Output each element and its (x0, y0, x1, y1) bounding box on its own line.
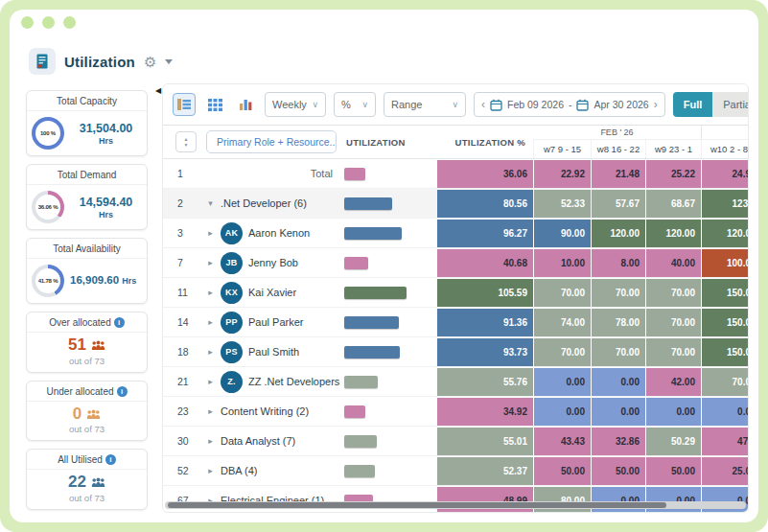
card-unit: Hrs (99, 210, 113, 220)
expand-arrow-icon[interactable]: ▸ (206, 288, 215, 297)
week-cell: 120.0 (702, 220, 748, 247)
utilization-bar-cell (340, 346, 436, 359)
month-group-row: FEB ' 26 (533, 126, 748, 140)
week-cell: 32.86 (592, 428, 645, 455)
row-name-cell[interactable]: ▸ PP Paul Parker (206, 308, 340, 336)
expand-arrow-icon[interactable]: ▸ (206, 406, 215, 416)
week-cell: 22.92 (534, 160, 591, 188)
row-name-cell[interactable]: ▸ Data Analyst (7) (206, 427, 340, 455)
row-number: 52 (163, 465, 206, 476)
table-row[interactable]: 1 Total 36.06 22.9221.4825.2224.9 (163, 159, 748, 189)
row-name-cell[interactable]: ▸ DBA (4) (206, 456, 340, 485)
row-name-cell[interactable]: ▸ AK Aaron Kenon (206, 219, 340, 247)
table-row[interactable]: 3 ▸ AK Aaron Kenon 96.27 90.00120.00120.… (163, 219, 748, 248)
gear-icon[interactable]: ⚙ (144, 55, 156, 69)
expand-arrow-icon[interactable]: ▸ (206, 258, 215, 267)
week-cell: 0.00 (592, 368, 645, 396)
utilization-bar (344, 316, 399, 329)
row-name-label: Paul Parker (248, 316, 303, 328)
summary-sidebar: Total Capacity 100 % 31,504.00 Hrs Total… (26, 90, 148, 510)
info-icon[interactable]: i (105, 454, 116, 465)
count-line: 0 (73, 405, 101, 424)
row-name-cell[interactable]: ▸ PS Paul Smith (206, 337, 340, 366)
row-name-cell[interactable]: ▸ KX Kai Xavier (206, 278, 340, 307)
range-select[interactable]: Range ∨ (384, 92, 466, 117)
expand-arrow-icon[interactable]: ▸ (206, 466, 215, 475)
week-cell: 70.00 (646, 309, 701, 336)
window-dot (42, 16, 55, 29)
full-button[interactable]: Full (673, 92, 713, 117)
table-rows: 1 Total 36.06 22.9221.4825.2224.9 2 ▾ .N… (163, 159, 748, 512)
sort-direction-toggle[interactable]: ▲ ▼ (175, 131, 197, 152)
scrollbar-thumb[interactable] (168, 502, 666, 508)
panel-collapse-icon[interactable]: ◀ (155, 86, 161, 95)
week-cell: 90.00 (534, 220, 591, 247)
expand-arrow-icon[interactable]: ▸ (206, 347, 215, 357)
table-row[interactable]: 21 ▸ Z. ZZ .Net Developers 55.76 0.000.0… (163, 367, 748, 397)
week-cell: 0.00 (646, 398, 701, 426)
utilization-bar-cell (340, 168, 436, 180)
row-name-label: Total (311, 168, 333, 179)
next-range-icon[interactable]: › (654, 99, 658, 110)
unit-select[interactable]: % ∨ (334, 92, 376, 117)
avatar: JB (221, 252, 243, 274)
card-title: All Utilised (58, 454, 103, 465)
expand-arrow-icon[interactable]: ▸ (206, 228, 215, 238)
chart-view-button[interactable] (234, 93, 257, 116)
week-cell: 0.00 (592, 398, 645, 426)
chevron-down-icon[interactable] (165, 59, 173, 64)
card-title: Under allocated (46, 386, 113, 397)
row-name-cell[interactable]: ▸ Z. ZZ .Net Developers (206, 367, 340, 396)
utilization-bar-cell (340, 227, 436, 240)
expand-arrow-icon[interactable]: ▸ (206, 436, 215, 446)
row-number: 21 (163, 376, 206, 387)
grid-view-button[interactable] (203, 93, 226, 116)
row-name-cell[interactable]: ▸ Content Writing (2) (206, 397, 340, 426)
people-icon (91, 340, 105, 351)
week-cell: 43.43 (534, 428, 591, 455)
table-row[interactable]: 18 ▸ PS Paul Smith 93.73 70.0070.0070.00… (163, 337, 748, 367)
utilization-bar (344, 435, 377, 448)
table-row[interactable]: 14 ▸ PP Paul Parker 91.36 74.0078.0070.0… (163, 308, 748, 337)
info-icon[interactable]: i (114, 317, 125, 328)
list-view-button[interactable] (173, 93, 196, 116)
expand-arrow-icon[interactable]: ▸ (206, 317, 215, 327)
row-name-label: .Net Developer (6) (221, 197, 307, 209)
utilization-pct-cell: 80.56 (437, 190, 533, 218)
row-name-cell[interactable]: ▸ JB Jenny Bob (206, 248, 340, 277)
week-header-row: w7 9 - 15 w8 16 - 22 w9 23 - 1 w10 2 - 8 (533, 140, 748, 158)
table-row[interactable]: 7 ▸ JB Jenny Bob 40.68 10.008.0040.00100… (163, 248, 748, 278)
week-cell: 50.00 (592, 457, 645, 485)
row-name-cell[interactable]: Total (206, 159, 340, 188)
info-icon[interactable]: i (117, 386, 128, 397)
table-row[interactable]: 52 ▸ DBA (4) 52.37 50.0050.0050.0025.0 (163, 456, 748, 486)
week-cell: 150.0 (702, 309, 748, 336)
partial-button[interactable]: Partial (712, 92, 749, 117)
row-number: 1 (163, 168, 206, 179)
expand-arrow-icon[interactable]: ▸ (206, 377, 215, 386)
row-name-cell[interactable]: ▾ .Net Developer (6) (206, 189, 340, 218)
window-frame: Utilization ⚙ Total Capacity 100 % 31,50… (0, 0, 768, 532)
avatar: PP (221, 312, 243, 334)
prev-range-icon[interactable]: ‹ (481, 99, 485, 110)
week-cell: 10.00 (534, 249, 591, 277)
utilization-bar (344, 376, 378, 388)
utilization-bar-cell (340, 197, 436, 210)
period-select[interactable]: Weekly ∨ (265, 92, 326, 117)
total-availability-card: Total Availability 41.78 % 16,909.60 Hrs (26, 238, 148, 304)
table-row[interactable]: 11 ▸ KX Kai Xavier 105.59 70.0070.0070.0… (163, 278, 748, 308)
table-row[interactable]: 2 ▾ .Net Developer (6) 80.56 52.3357.676… (163, 189, 748, 219)
utilization-pct-cell: 105.59 (437, 279, 533, 307)
group-by-select[interactable]: A Z Primary Role + Resource... ∨ (206, 130, 337, 153)
expand-arrow-icon[interactable]: ▾ (206, 198, 215, 208)
table-row[interactable]: 30 ▸ Data Analyst (7) 55.01 43.4332.8650… (163, 427, 748, 456)
availability-gauge: 41.78 % (32, 265, 64, 297)
window-dots (21, 16, 76, 29)
row-number: 11 (163, 287, 206, 298)
start-date[interactable]: Feb 09 2026 (507, 99, 564, 110)
table-row[interactable]: 23 ▸ Content Writing (2) 34.92 0.000.000… (163, 397, 748, 427)
utilization-pct-cell: 93.73 (437, 338, 533, 366)
end-date[interactable]: Apr 30 2026 (593, 99, 648, 110)
week-cell: 0.0 (702, 398, 748, 426)
horizontal-scrollbar[interactable] (165, 501, 746, 509)
